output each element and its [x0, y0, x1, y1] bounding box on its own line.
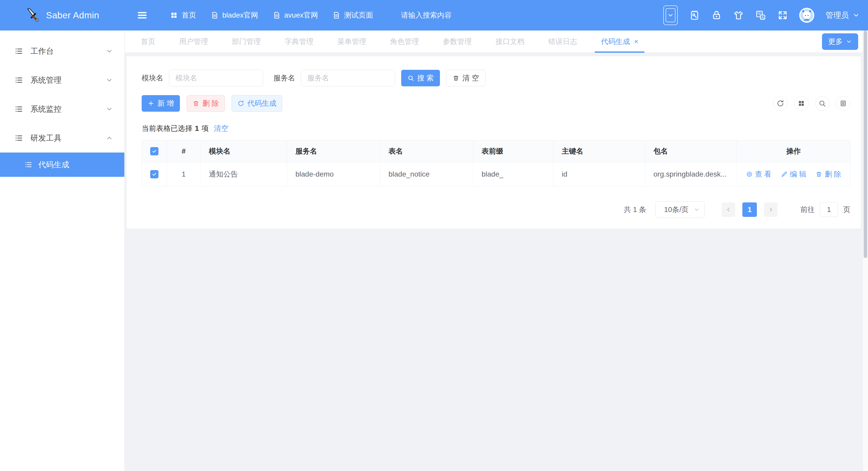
topnav-item-avuex[interactable]: avuex官网 — [266, 0, 326, 31]
user-menu[interactable]: 管理员 — [826, 10, 860, 21]
page-scrollbar[interactable] — [863, 31, 868, 471]
current-page-button[interactable]: 1 — [742, 202, 757, 217]
tab-role-management[interactable]: 角色管理 — [378, 31, 431, 53]
tabs-more-button[interactable]: 更多 — [822, 33, 858, 50]
table-header-row: # 模块名 服务名 表名 表前缀 主键名 包名 操作 — [142, 140, 850, 162]
next-page-button[interactable] — [764, 202, 778, 217]
row-package: org.springblade.desk... — [645, 162, 737, 186]
sidebar-item-code-generation[interactable]: 代码生成 — [0, 153, 124, 177]
tab-code-generation[interactable]: 代码生成 × — [589, 31, 650, 53]
document-icon — [333, 11, 340, 19]
chevron-down-icon — [846, 38, 852, 45]
sidebar-item-system-management[interactable]: 系统管理 — [0, 66, 124, 95]
top-nav: 首页 bladex官网 avuex官网 测试页面 — [163, 0, 380, 31]
module-name-input[interactable] — [169, 70, 263, 86]
goto-page-input[interactable] — [820, 202, 838, 217]
topnav-item-home[interactable]: 首页 — [163, 0, 204, 31]
content-card: 模块名 服务名 搜 索 清 空 新 增 删 除 — [127, 56, 861, 228]
selection-clear-link[interactable]: 清空 — [214, 124, 228, 133]
column-header-service[interactable]: 服务名 — [287, 140, 380, 162]
tab-dict-management[interactable]: 字典管理 — [273, 31, 326, 53]
column-settings-icon[interactable] — [836, 96, 850, 111]
row-index: 1 — [167, 162, 200, 186]
topnav-label: bladex官网 — [222, 10, 258, 20]
chevron-down-icon — [106, 76, 113, 84]
user-avatar[interactable] — [799, 8, 814, 23]
edit-link[interactable]: 编 辑 — [781, 169, 806, 179]
tab-api-docs[interactable]: 接口文档 — [484, 31, 536, 53]
row-module: 通知公告 — [200, 162, 287, 186]
delete-link[interactable]: 删 除 — [815, 169, 841, 179]
filter-form: 模块名 服务名 搜 索 清 空 — [142, 70, 850, 86]
prev-page-button[interactable] — [722, 202, 735, 217]
tab-dept-management[interactable]: 部门管理 — [220, 31, 273, 53]
tab-bar: 首页 用户管理 部门管理 字典管理 菜单管理 角色管理 参数管理 接口文档 错误… — [125, 31, 868, 53]
select-all-checkbox[interactable] — [150, 147, 158, 155]
topnav-label: 首页 — [182, 10, 196, 20]
tab-param-management[interactable]: 参数管理 — [431, 31, 484, 53]
row-primary-key: id — [553, 162, 645, 186]
sword-logo-icon — [25, 8, 40, 23]
search-button[interactable]: 搜 索 — [401, 70, 440, 86]
table-row[interactable]: 1 通知公告 blade-demo blade_notice blade_ id… — [142, 162, 850, 186]
column-header-module[interactable]: 模块名 — [200, 140, 287, 162]
refresh-icon[interactable] — [773, 96, 787, 111]
sidebar-item-workbench[interactable]: 工作台 — [0, 37, 124, 66]
module-name-label: 模块名 — [142, 73, 163, 83]
view-link[interactable]: 查 看 — [746, 169, 772, 179]
menu-collapse-icon[interactable] — [136, 9, 148, 21]
close-icon[interactable]: × — [634, 38, 638, 45]
topnav-item-testpage[interactable]: 测试页面 — [325, 0, 380, 31]
service-name-label: 服务名 — [274, 73, 295, 83]
tab-home[interactable]: 首页 — [129, 31, 167, 53]
page-size-select[interactable]: 10条/页 — [655, 201, 705, 218]
topbar-actions: 中A 管理员 — [663, 5, 868, 25]
pagination: 共 1 条 10条/页 1 前往 页 — [142, 201, 850, 218]
sidebar: 工作台 系统管理 系统监控 研发工具 代码生成 — [0, 31, 125, 471]
column-header-prefix[interactable]: 表前缀 — [473, 140, 553, 162]
debug-clipboard-icon[interactable] — [689, 10, 700, 21]
lock-icon[interactable] — [711, 10, 722, 21]
tab-user-management[interactable]: 用户管理 — [167, 31, 220, 53]
theme-shirt-icon[interactable] — [733, 10, 744, 21]
tab-error-log[interactable]: 错误日志 — [536, 31, 589, 53]
code-generate-button[interactable]: 代码生成 — [231, 95, 282, 112]
list-icon — [24, 160, 33, 169]
clear-button[interactable]: 清 空 — [446, 70, 486, 86]
topnav-item-bladex[interactable]: bladex官网 — [204, 0, 266, 31]
topnav-label: 测试页面 — [344, 10, 373, 20]
page-unit-label: 页 — [843, 205, 850, 215]
top-search — [401, 11, 509, 20]
data-table: # 模块名 服务名 表名 表前缀 主键名 包名 操作 1 通知公告 blade-… — [142, 140, 850, 186]
service-name-input[interactable] — [301, 70, 395, 86]
refresh-icon — [238, 100, 244, 107]
column-header-package[interactable]: 包名 — [645, 140, 737, 162]
app-title: Saber Admin — [46, 10, 99, 21]
search-toggle-icon[interactable] — [815, 96, 830, 111]
column-header-index[interactable]: # — [167, 140, 200, 162]
list-icon — [14, 76, 23, 85]
chevron-up-icon — [106, 134, 113, 142]
scrollbar-thumb[interactable] — [864, 31, 867, 258]
pencil-icon — [781, 171, 787, 178]
document-icon — [273, 11, 280, 19]
svg-text:A: A — [762, 15, 764, 20]
tab-menu-management[interactable]: 菜单管理 — [326, 31, 378, 53]
column-header-pk[interactable]: 主键名 — [553, 140, 645, 162]
add-button[interactable]: 新 增 — [142, 95, 180, 112]
sidebar-item-dev-tools[interactable]: 研发工具 — [0, 124, 124, 153]
column-header-table[interactable]: 表名 — [380, 140, 473, 162]
fullscreen-icon[interactable] — [778, 10, 788, 21]
translate-icon[interactable]: 中A — [755, 10, 766, 21]
sidebar-item-label: 系统监控 — [31, 104, 62, 115]
top-search-input[interactable] — [401, 11, 509, 20]
row-checkbox[interactable] — [150, 170, 158, 178]
selection-info: 当前表格已选择 1 项 清空 — [142, 124, 850, 133]
top-menu-toggle-button[interactable] — [663, 5, 678, 25]
column-header-actions: 操作 — [737, 140, 850, 162]
list-icon — [14, 105, 23, 114]
delete-button[interactable]: 删 除 — [187, 95, 225, 112]
selection-unit: 项 — [202, 124, 209, 133]
sidebar-item-system-monitor[interactable]: 系统监控 — [0, 95, 124, 124]
grid-display-icon[interactable] — [794, 96, 809, 111]
